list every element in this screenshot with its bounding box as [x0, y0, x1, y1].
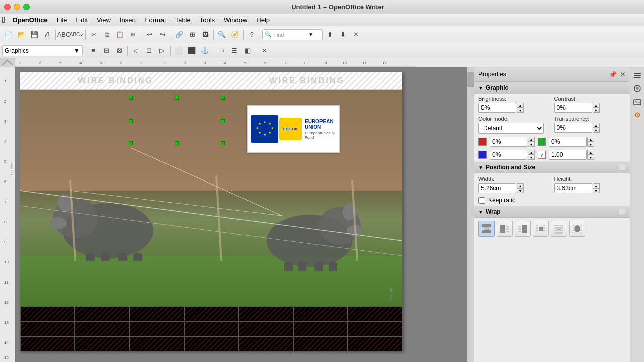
height-down[interactable]: ▼ [593, 188, 600, 193]
close-button[interactable] [4, 4, 11, 10]
align-right-btn[interactable]: ▷ [156, 45, 168, 57]
handle-br[interactable] [221, 141, 225, 145]
minimize-button[interactable] [14, 4, 20, 10]
wrap-contour-icon[interactable] [569, 221, 585, 237]
keep-ratio-checkbox[interactable] [478, 197, 485, 204]
cut-button[interactable]: ✂ [88, 29, 100, 41]
save-button[interactable]: 💾 [28, 29, 40, 41]
height-input[interactable] [554, 183, 592, 193]
paste-button[interactable]: 📋 [114, 29, 126, 41]
find-next-button[interactable]: ⬇ [337, 29, 349, 41]
gamma-up[interactable]: ▲ [587, 150, 594, 155]
height-spinner[interactable]: ▲ ▼ [593, 183, 600, 193]
width-down[interactable]: ▼ [517, 188, 524, 193]
blue-down[interactable]: ▼ [528, 155, 535, 160]
border-btn[interactable]: ▭ [215, 45, 227, 57]
window-controls[interactable] [4, 4, 30, 10]
width-input[interactable] [478, 183, 516, 193]
maximize-button[interactable] [23, 4, 30, 10]
position-expand-icon[interactable]: ⬜ [619, 164, 626, 171]
wrap-none-btn[interactable]: ≡ [87, 45, 99, 57]
align-left-btn[interactable]: ◁ [130, 45, 142, 57]
align-center-btn[interactable]: ⊡ [143, 45, 155, 57]
red-input[interactable] [490, 137, 527, 147]
wrap-page-btn[interactable]: ⊟ [100, 45, 112, 57]
insert-image-button[interactable]: 🖼 [199, 29, 211, 41]
gamma-input[interactable] [549, 150, 587, 160]
menubar-item-file[interactable]: File [53, 15, 71, 25]
contrast-up[interactable]: ▲ [593, 103, 600, 108]
main-image[interactable]: ★ ★ ★ ★ ★ ★ ★ ★ ESF [20, 90, 403, 306]
transparency-input[interactable] [554, 123, 592, 133]
wrap-section-header[interactable]: ▼ Wrap ⬜ [474, 206, 630, 218]
green-input[interactable] [549, 137, 587, 147]
contrast-spinner[interactable]: ▲ ▼ [593, 103, 600, 113]
transparency-down[interactable]: ▼ [593, 128, 600, 133]
red-down[interactable]: ▼ [528, 142, 535, 147]
delete-btn[interactable]: ✕ [258, 45, 270, 57]
redo-button[interactable]: ↪ [156, 29, 169, 41]
green-spinner[interactable]: ▲ ▼ [587, 137, 594, 147]
wrap-through-icon[interactable] [551, 221, 567, 237]
brightness-spinner[interactable]: ▲ ▼ [517, 103, 524, 113]
find-input[interactable] [273, 32, 308, 38]
scrollbar-vertical[interactable] [467, 67, 474, 362]
wrap-optimal-btn[interactable]: ⊠ [113, 45, 125, 57]
contrast-input[interactable] [554, 103, 592, 113]
eu-logo-selection[interactable]: ★ ★ ★ ★ ★ ★ ★ ★ ESF [131, 98, 224, 145]
panel-pin-button[interactable]: 📌 [609, 71, 617, 78]
brightness-up[interactable]: ▲ [517, 103, 524, 108]
gamma-spinner[interactable]: ▲ ▼ [587, 150, 594, 160]
wrap-expand-icon[interactable]: ⬜ [619, 209, 626, 215]
green-up[interactable]: ▲ [587, 137, 594, 142]
copy-button[interactable]: ⧉ [101, 29, 113, 41]
bring-front-btn[interactable]: ⬜ [173, 45, 185, 57]
graphic-section-header[interactable]: ▼ Graphic [474, 82, 630, 94]
properties-icon[interactable] [631, 69, 643, 81]
blue-up[interactable]: ▲ [528, 150, 535, 155]
handle-ml[interactable] [129, 119, 133, 123]
find-close-button[interactable]: ✕ [350, 29, 362, 41]
clone-button[interactable]: ⊞ [127, 29, 139, 41]
menubar-item-edit[interactable]: Edit [72, 15, 92, 25]
style-dropdown[interactable]: Graphics ▼ [2, 45, 83, 56]
brightness-input[interactable] [478, 103, 516, 113]
spell-button[interactable]: ABC [58, 29, 70, 41]
width-up[interactable]: ▲ [517, 183, 524, 188]
red-up[interactable]: ▲ [528, 137, 535, 142]
colormode-select[interactable]: Default Grayscale Black/White Watermark [478, 123, 544, 134]
handle-tc[interactable] [175, 96, 179, 100]
menubar-item-help[interactable]: Help [252, 15, 274, 25]
wrap-none-icon[interactable] [478, 221, 495, 237]
menubar-item-insert[interactable]: Insert [116, 15, 140, 25]
table-button[interactable]: ⊞ [186, 29, 198, 41]
document-area[interactable]: 1 2 3 4 5 6 7 8 9 10 11 12 13 14 15 136 … [0, 67, 474, 362]
wrap-after-icon[interactable] [515, 221, 531, 237]
find-toolbar[interactable]: 🔍 ▼ [262, 29, 323, 40]
menubar-item-view[interactable]: View [93, 15, 115, 25]
new-button[interactable]: 📄 [2, 29, 14, 41]
handle-bc[interactable] [175, 141, 179, 145]
gamma-down[interactable]: ▼ [587, 155, 594, 160]
transparency-spinner[interactable]: ▲ ▼ [593, 123, 600, 133]
height-up[interactable]: ▲ [593, 183, 600, 188]
navigator-button[interactable]: 🧭 [229, 29, 241, 41]
transparency-up[interactable]: ▲ [593, 123, 600, 128]
red-spinner[interactable]: ▲ ▼ [528, 137, 535, 147]
handle-tl[interactable] [129, 96, 133, 100]
menubar-item-tools[interactable]: Tools [196, 15, 219, 25]
open-button[interactable]: 📂 [15, 29, 27, 41]
menubar-item-openoffice[interactable]: OpenOffice [9, 15, 52, 25]
scrollbar-thumb[interactable] [467, 72, 474, 87]
navigator-side-icon[interactable]: ⊙ [631, 109, 643, 121]
wrap-parallel-icon[interactable] [533, 221, 549, 237]
find-button[interactable]: 🔍 [216, 29, 228, 41]
apple-menu-icon[interactable]:  [2, 15, 6, 25]
panel-close-button[interactable]: ✕ [620, 70, 626, 78]
find-prev-button[interactable]: ⬆ [324, 29, 336, 41]
blue-spinner[interactable]: ▲ ▼ [528, 150, 535, 160]
blue-input[interactable] [490, 150, 527, 160]
list-btn[interactable]: ☰ [228, 45, 240, 57]
handle-bl[interactable] [129, 141, 133, 145]
find-dropdown-arrow[interactable]: ▼ [308, 32, 313, 37]
